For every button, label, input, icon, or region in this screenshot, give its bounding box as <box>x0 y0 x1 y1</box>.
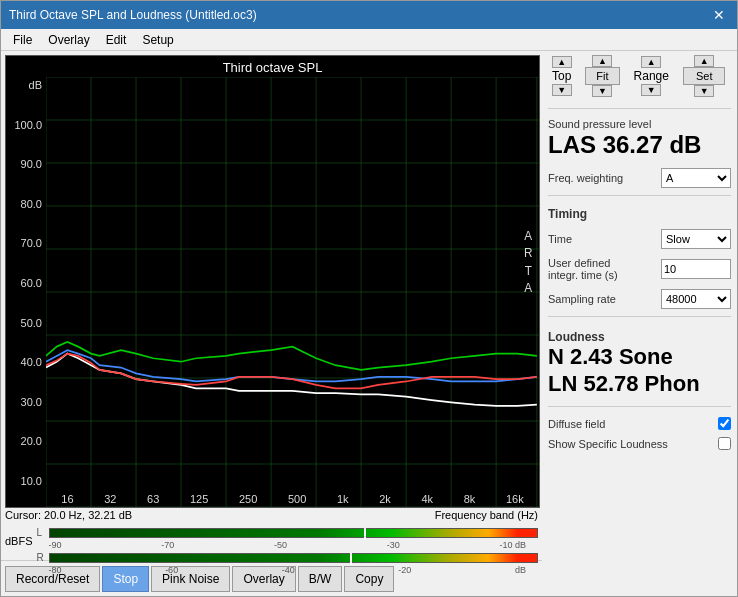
range-up-button[interactable]: ▲ <box>641 56 661 68</box>
freq-weighting-row: Freq. weighting ABCZ <box>548 168 731 188</box>
vumeter-row: dBFS L -90 -70 -50 -30 -10 dB <box>1 522 542 560</box>
set-group: ▲ Set ▼ <box>683 55 726 97</box>
vu-top-ticks: -90 -70 -50 -30 -10 dB <box>37 540 538 550</box>
divider-4 <box>548 406 731 407</box>
loudness-ln-value: LN 52.78 Phon <box>548 371 731 397</box>
show-specific-label: Show Specific Loudness <box>548 438 668 450</box>
divider-2 <box>548 195 731 196</box>
y-tick-40: 40.0 <box>21 356 42 368</box>
time-row: Time FastSlowImpulse <box>548 229 731 249</box>
fit-group: ▲ Fit ▼ <box>585 55 619 97</box>
y-tick-10: 10.0 <box>21 475 42 487</box>
x-tick-250: 250 <box>239 493 257 505</box>
sampling-rate-row: Sampling rate 441004800096000 <box>548 289 731 309</box>
vu-bottom-ticks: -80 -60 -40 -20 dB <box>37 565 538 575</box>
vu-tick-n10: -10 dB <box>499 540 526 550</box>
vu-bar-L <box>49 528 538 538</box>
vu-tick-r-60: -60 <box>165 565 178 575</box>
menu-overlay[interactable]: Overlay <box>40 31 97 49</box>
svg-text:A: A <box>524 281 533 296</box>
set-down-button[interactable]: ▼ <box>694 85 714 97</box>
vu-tick-n90: -90 <box>49 540 62 550</box>
top-label: Top <box>548 68 575 84</box>
spl-section-label: Sound pressure level <box>548 118 731 130</box>
loudness-n-value: N 2.43 Sone <box>548 344 731 370</box>
cursor-info: Cursor: 20.0 Hz, 32.21 dB <box>5 509 132 521</box>
integr-time-input[interactable] <box>661 259 731 279</box>
vu-marker-L <box>364 528 366 540</box>
range-label: Range <box>630 68 673 84</box>
svg-text:R: R <box>524 246 533 261</box>
freq-band-label: Frequency band (Hz) <box>435 509 538 521</box>
vu-bar-R <box>49 553 538 563</box>
vu-tick-r-80: -80 <box>49 565 62 575</box>
set-button[interactable]: Set <box>683 67 726 85</box>
loudness-section-title: Loudness <box>548 330 731 344</box>
vu-tick-r-20: -20 <box>398 565 411 575</box>
y-tick-70: 70.0 <box>21 237 42 249</box>
chart-panel: Third octave SPL dB 100.0 90.0 80.0 70.0… <box>1 51 542 596</box>
y-axis: dB 100.0 90.0 80.0 70.0 60.0 50.0 40.0 3… <box>6 77 46 507</box>
diffuse-field-row: Diffuse field <box>548 417 731 430</box>
x-tick-63: 63 <box>147 493 159 505</box>
menu-bar: File Overlay Edit Setup <box>1 29 737 51</box>
menu-file[interactable]: File <box>5 31 40 49</box>
time-select[interactable]: FastSlowImpulse <box>661 229 731 249</box>
y-tick-60: 60.0 <box>21 277 42 289</box>
main-content: Third octave SPL dB 100.0 90.0 80.0 70.0… <box>1 51 737 596</box>
freq-weighting-select[interactable]: ABCZ <box>661 168 731 188</box>
vu-tick-n30: -30 <box>387 540 400 550</box>
y-label-db: dB <box>29 79 42 91</box>
menu-setup[interactable]: Setup <box>134 31 181 49</box>
x-tick-1k: 1k <box>337 493 349 505</box>
set-up-button[interactable]: ▲ <box>694 55 714 67</box>
close-button[interactable]: ✕ <box>709 7 729 23</box>
chart-svg: A R T A <box>46 77 539 507</box>
sampling-rate-label: Sampling rate <box>548 293 616 305</box>
y-tick-20: 20.0 <box>21 435 42 447</box>
title-bar: Third Octave SPL and Loudness (Untitled.… <box>1 1 737 29</box>
loudness-section: Loudness N 2.43 Sone LN 52.78 Phon <box>548 324 731 399</box>
divider-1 <box>548 108 731 109</box>
divider-3 <box>548 316 731 317</box>
vu-marker-R <box>350 553 352 565</box>
chart-plot: A R T A 16 32 63 125 250 500 <box>46 77 539 507</box>
diffuse-field-label: Diffuse field <box>548 418 605 430</box>
spl-value: LAS 36.27 dB <box>548 132 731 158</box>
top-spin-group: ▲ Top ▼ <box>548 56 575 96</box>
vu-bottom-track: R <box>37 552 538 563</box>
top-up-button[interactable]: ▲ <box>552 56 572 68</box>
sampling-rate-select[interactable]: 441004800096000 <box>661 289 731 309</box>
x-tick-8k: 8k <box>464 493 476 505</box>
chart-inner: dB 100.0 90.0 80.0 70.0 60.0 50.0 40.0 3… <box>6 77 539 507</box>
y-tick-90: 90.0 <box>21 158 42 170</box>
x-tick-16k: 16k <box>506 493 524 505</box>
svg-text:T: T <box>525 263 533 278</box>
x-tick-16: 16 <box>61 493 73 505</box>
x-tick-4k: 4k <box>421 493 433 505</box>
y-tick-80: 80.0 <box>21 198 42 210</box>
vumeter-label: dBFS <box>5 535 33 547</box>
diffuse-field-checkbox[interactable] <box>718 417 731 430</box>
integr-time-label: integr. time (s) <box>548 269 618 281</box>
window-title: Third Octave SPL and Loudness (Untitled.… <box>9 8 257 22</box>
fit-down-button[interactable]: ▼ <box>592 85 612 97</box>
time-label: Time <box>548 233 572 245</box>
y-tick-30: 30.0 <box>21 396 42 408</box>
user-defined-label-group: User defined integr. time (s) <box>548 257 618 281</box>
top-down-button[interactable]: ▼ <box>552 84 572 96</box>
x-axis-labels: 16 32 63 125 250 500 1k 2k 4k 8k 16k <box>46 491 539 507</box>
fit-button[interactable]: Fit <box>585 67 619 85</box>
fit-up-button[interactable]: ▲ <box>592 55 612 67</box>
spl-section: Sound pressure level LAS 36.27 dB <box>548 116 731 160</box>
x-tick-125: 125 <box>190 493 208 505</box>
right-panel: ▲ Top ▼ ▲ Fit ▼ ▲ Range ▼ ▲ Set ▼ <box>542 51 737 596</box>
range-down-button[interactable]: ▼ <box>641 84 661 96</box>
chart-area: Third octave SPL dB 100.0 90.0 80.0 70.0… <box>5 55 540 508</box>
vumeter-bar: L -90 -70 -50 -30 -10 dB R <box>37 527 538 555</box>
chart-info-row: Cursor: 20.0 Hz, 32.21 dB Frequency band… <box>1 508 542 522</box>
top-range-controls: ▲ Top ▼ ▲ Fit ▼ ▲ Range ▼ ▲ Set ▼ <box>548 55 731 97</box>
menu-edit[interactable]: Edit <box>98 31 135 49</box>
timing-section-title: Timing <box>548 207 731 221</box>
show-specific-checkbox[interactable] <box>718 437 731 450</box>
